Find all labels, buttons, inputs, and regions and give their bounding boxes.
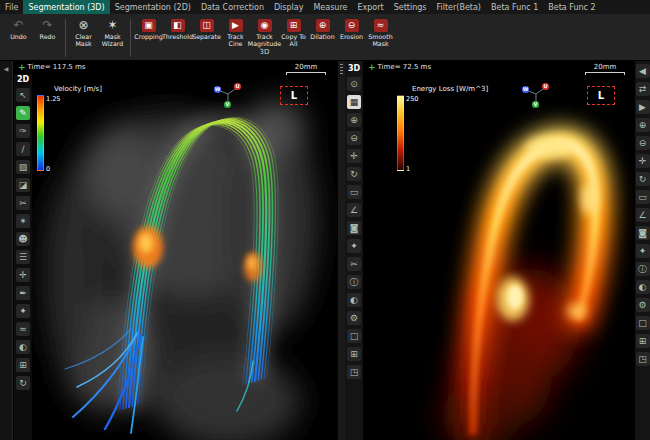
toolbar-button-label: Clear Mask [69, 33, 98, 48]
layers-tool[interactable]: ☰ [16, 250, 30, 264]
contrast-tool[interactable]: ◐ [636, 280, 650, 294]
render-preset-tool[interactable]: ▦ [347, 95, 361, 109]
energy-loss-colorbar: Energy Loss [W/m^3] 250 1 [397, 85, 488, 173]
eraser-tool[interactable]: ◪ [16, 178, 30, 192]
ruler-tool[interactable]: ▭ [347, 185, 361, 199]
scissors-tool[interactable]: ✂ [16, 196, 30, 210]
cine-marker-icon: + [368, 63, 376, 71]
pencil-tool[interactable]: ✎ [16, 106, 30, 120]
pan-tool[interactable]: ✛ [636, 154, 650, 168]
layout-tool[interactable]: ⊞ [347, 347, 361, 361]
collapse-panel-tool[interactable]: ◀ [636, 64, 650, 78]
menu-item[interactable]: Display [269, 0, 309, 14]
settings-tool[interactable]: ⚙ [347, 311, 361, 325]
panel-divider[interactable] [338, 61, 345, 440]
reset-view-tool[interactable]: ↻ [16, 376, 30, 390]
cropping-button[interactable]: ▣ Cropping [134, 16, 163, 48]
fullscreen-tool[interactable]: ◳ [347, 365, 361, 379]
toolbar-button-icon: ⊕ [316, 19, 330, 32]
fill-tool[interactable]: ▨ [16, 160, 30, 174]
contrast-tool[interactable]: ◐ [16, 340, 30, 354]
wand-tool[interactable]: ✶ [16, 214, 30, 228]
info-tool[interactable]: ⓘ [347, 275, 361, 289]
undo-button[interactable]: ↶ Undo [4, 16, 33, 40]
pan-tool[interactable]: ✛ [347, 149, 361, 163]
right-viewport-energy[interactable]: + Time= 72.5 ms 20mm Energy Loss [W/m^3]… [363, 61, 635, 440]
layout-tool[interactable]: ⊞ [636, 334, 650, 348]
zoom-in-tool[interactable]: ⊕ [347, 113, 361, 127]
rotate-tool[interactable]: ↻ [636, 172, 650, 186]
zoom-in-tool[interactable]: ⊕ [636, 118, 650, 132]
menu-item[interactable]: Beta Func 1 [486, 0, 543, 14]
mask-wizard-button[interactable]: ✶ Mask Wizard [98, 16, 127, 48]
profile-tool[interactable]: ☻ [16, 232, 30, 246]
separate-button[interactable]: ◫ Separate [192, 16, 221, 48]
left-collapse-strip[interactable]: ◀ [0, 61, 13, 440]
axis-v-node: V [532, 101, 539, 108]
ruler-tool[interactable]: ▭ [636, 190, 650, 204]
sync-tool[interactable]: ⇄ [636, 82, 650, 96]
grid-tool[interactable]: ⊞ [16, 358, 30, 372]
axis-v-node: V [224, 101, 231, 108]
redo-button[interactable]: ↷ Redo [33, 16, 62, 40]
toolbar-button-icon: ≈ [374, 19, 388, 32]
cine-play-tool[interactable]: ▶ [636, 100, 650, 114]
track-cine-button[interactable]: ▶ Track Cine [221, 16, 250, 48]
menu-item[interactable]: Export [352, 0, 388, 14]
menu-item[interactable]: Segmentation (3D) [23, 0, 109, 14]
pen-tool[interactable]: ✒ [16, 286, 30, 300]
scale-label: 20mm [585, 63, 625, 71]
droplet-tool[interactable]: ✦ [636, 244, 650, 258]
camera-snapshot-tool[interactable]: ◙ [636, 226, 650, 240]
axis-orientation-gadget: W U V [213, 82, 243, 109]
menu-item[interactable]: Measure [308, 0, 352, 14]
track-magnitude-button[interactable]: ◉ Track Magnitude [250, 16, 279, 48]
zoom-out-tool[interactable]: ⊖ [347, 131, 361, 145]
smooth-mask-button[interactable]: ≈ Smooth Mask [366, 16, 395, 48]
settings-tool[interactable]: ⚙ [636, 298, 650, 312]
camera-snapshot-tool[interactable]: ◙ [347, 221, 361, 235]
info-tool[interactable]: ⓘ [636, 262, 650, 276]
contrast-tool[interactable]: ◐ [347, 293, 361, 307]
rail-mode-label: 2D [17, 75, 29, 84]
toolbar-button-icon: ▶ [229, 19, 243, 32]
copy-to-all-button[interactable]: ⊞ Copy To All [279, 16, 308, 48]
colorbar-title: Velocity [m/s] [54, 85, 102, 93]
fullscreen-tool[interactable]: ◳ [636, 352, 650, 366]
clear-mask-button[interactable]: ⊗ Clear Mask [69, 16, 98, 48]
axis-w-node: W [522, 86, 529, 93]
rotate-tool[interactable]: ↻ [347, 167, 361, 181]
toolbar-button-label: Smooth Mask [366, 33, 395, 48]
viewport-3d-toolbar: 3D ⊙▦⊕⊖✛↻▭∠◙✦✂ⓘ◐⚙□⊞◳ [345, 61, 363, 440]
zoom-out-tool[interactable]: ⊖ [636, 136, 650, 150]
crosshair-tool[interactable]: ✛ [16, 268, 30, 282]
pointer-tool[interactable]: ↖ [16, 88, 30, 102]
droplet-tool[interactable]: ✦ [16, 304, 30, 318]
monitor-tool[interactable]: □ [636, 316, 650, 330]
angle-tool[interactable]: ∠ [347, 203, 361, 217]
droplet-tool[interactable]: ✦ [347, 239, 361, 253]
menu-item[interactable]: Segmentation (2D) [110, 0, 196, 14]
monitor-tool[interactable]: □ [347, 329, 361, 343]
angle-tool[interactable]: ∠ [636, 208, 650, 222]
left-viewport-flow[interactable]: + Time= 117.5 ms 20mm Velocity [m/s] 1.2… [13, 61, 338, 440]
menu-item[interactable]: Beta Func 2 [543, 0, 600, 14]
menu-item[interactable]: Settings [389, 0, 432, 14]
orientation-marker: L [280, 86, 308, 105]
colorbar-title: Energy Loss [W/m^3] [412, 85, 488, 93]
time-indicator: + Time= 117.5 ms [18, 63, 86, 71]
menu-item[interactable]: Data Correction [196, 0, 269, 14]
line-tool[interactable]: ∕ [16, 142, 30, 156]
erosion-button[interactable]: ⊖ Erosion [337, 16, 366, 48]
power-tool[interactable]: ⊙ [347, 77, 361, 91]
threshold-button[interactable]: ◧ Threshold [163, 16, 192, 48]
toolbar-button-label: Dilation [310, 33, 334, 40]
clip-plane-tool[interactable]: ✂ [347, 257, 361, 271]
brush-tool[interactable]: ✑ [16, 124, 30, 138]
smooth-tool[interactable]: ≈ [16, 322, 30, 336]
dilation-button[interactable]: ⊕ Dilation [308, 16, 337, 48]
menu-item[interactable]: File [0, 0, 23, 14]
menu-item[interactable]: Filter(Beta) [431, 0, 486, 14]
divider-handle-icon[interactable] [340, 64, 343, 75]
collapse-arrow-icon[interactable]: ◀ [4, 65, 9, 72]
